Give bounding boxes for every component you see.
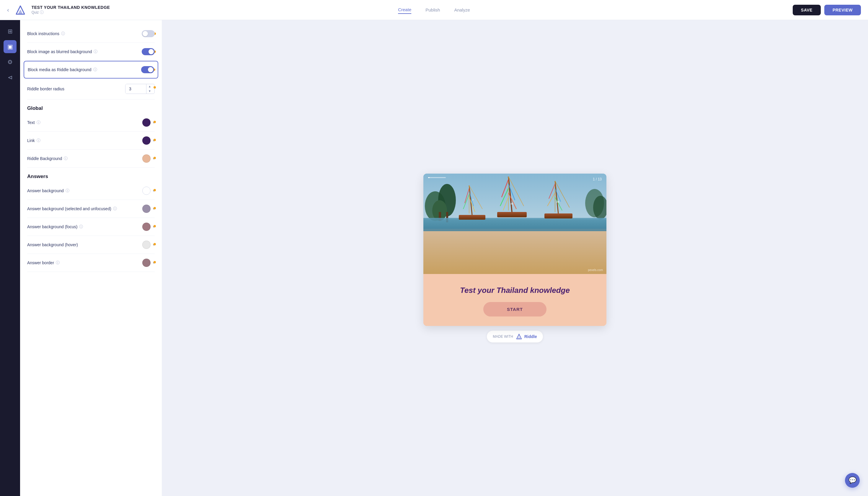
- answer-bg-label: Answer background ⓘ: [27, 188, 69, 193]
- tab-analyze[interactable]: Analyze: [454, 6, 470, 14]
- project-title: TEST YOUR THAILAND KNOWLEDGE: [32, 5, 110, 10]
- project-type-label: Quiz: [32, 10, 39, 14]
- chat-button[interactable]: 💬: [845, 473, 860, 488]
- riddle-logo[interactable]: Riddle: [515, 333, 537, 340]
- riddle-bg-info-icon[interactable]: ⓘ: [64, 156, 67, 161]
- sidebar-item-grid[interactable]: ⊞: [3, 25, 17, 38]
- answer-bg-selected-label: Answer background (selected and unfocuse…: [27, 206, 117, 212]
- link-info-icon[interactable]: ⓘ: [36, 138, 41, 143]
- answer-bg-hover-row: Answer background (hover) ▾: [27, 236, 155, 254]
- answer-bg-hover-swatch[interactable]: [142, 241, 151, 249]
- link-color-picker[interactable]: ▾: [142, 136, 155, 145]
- sidebar-item-settings[interactable]: ⚙: [3, 56, 17, 68]
- settings-icon: ⚙: [7, 59, 13, 65]
- riddle-content: Test your Thailand knowledge START: [423, 274, 606, 326]
- sidebar-item-share[interactable]: ⊲: [3, 71, 17, 84]
- block-image-blurred-info[interactable]: ⓘ: [94, 49, 97, 54]
- settings-panel: Block instructions ⓘ Block image as blur…: [20, 20, 162, 496]
- share-icon: ⊲: [8, 74, 13, 81]
- block-instructions-label: Block instructions ⓘ: [27, 31, 65, 36]
- link-color-swatch[interactable]: [142, 136, 151, 145]
- made-with-bar: MADE WITH Riddle: [487, 331, 543, 342]
- riddle-title: Test your Thailand knowledge: [460, 286, 570, 295]
- toggle-thumb: [148, 67, 153, 72]
- answer-bg-hover-picker[interactable]: ▾: [142, 241, 155, 249]
- answer-bg-focus-info[interactable]: ⓘ: [79, 224, 83, 229]
- progress-bar: [428, 177, 446, 178]
- answer-bg-info[interactable]: ⓘ: [65, 188, 69, 193]
- block-instructions-row: Block instructions ⓘ: [27, 25, 155, 43]
- logo-icon[interactable]: [14, 3, 27, 17]
- start-button[interactable]: START: [483, 302, 546, 316]
- svg-text:28: 28: [556, 200, 559, 203]
- link-color-label: Link ⓘ: [27, 138, 41, 143]
- save-button[interactable]: SAVE: [793, 5, 821, 15]
- made-with-text: MADE WITH: [493, 335, 513, 339]
- project-info: TEST YOUR THAILAND KNOWLEDGE Quiz ⓘ: [32, 5, 110, 15]
- block-instructions-toggle[interactable]: [142, 30, 155, 37]
- riddle-image: 7 40 28 1 / 13 pexels.com: [423, 174, 606, 274]
- svg-marker-41: [518, 336, 520, 339]
- answer-bg-focus-swatch[interactable]: [142, 222, 151, 231]
- chat-icon: 💬: [849, 477, 856, 484]
- block-instructions-info[interactable]: ⓘ: [61, 31, 65, 36]
- answer-bg-selected-row: Answer background (selected and unfocuse…: [27, 200, 155, 218]
- block-image-blurred-label: Block image as blurred background ⓘ: [27, 49, 97, 54]
- text-color-swatch[interactable]: [142, 119, 151, 127]
- riddle-bg-dot: [154, 157, 156, 159]
- answer-bg-row: Answer background ⓘ ▾: [27, 182, 155, 200]
- design-icon: ▣: [7, 43, 13, 50]
- answer-border-info[interactable]: ⓘ: [56, 260, 60, 265]
- toggle-track: [142, 48, 155, 55]
- link-color-dot: [154, 139, 156, 141]
- answer-bg-focus-row: Answer background (focus) ⓘ ▾: [27, 218, 155, 236]
- answer-border-swatch[interactable]: [142, 259, 151, 267]
- topnav: ‹ TEST YOUR THAILAND KNOWLEDGE Quiz ⓘ Cr…: [0, 0, 868, 20]
- svg-rect-29: [544, 214, 572, 218]
- block-image-blurred-toggle[interactable]: [142, 48, 155, 55]
- block-media-riddle-info[interactable]: ⓘ: [93, 67, 97, 72]
- svg-rect-11: [423, 231, 606, 274]
- border-radius-input-wrap: ▲ ▼: [125, 84, 155, 94]
- answer-bg-focus-dot: [154, 225, 156, 227]
- tab-publish[interactable]: Publish: [425, 6, 440, 14]
- pexels-credit: pexels.com: [588, 268, 603, 272]
- project-info-icon[interactable]: ⓘ: [40, 10, 44, 15]
- back-button[interactable]: ‹: [7, 6, 9, 13]
- answer-bg-selected-picker[interactable]: ▾: [142, 205, 155, 213]
- border-radius-input[interactable]: [125, 84, 146, 94]
- preview-button[interactable]: PREVIEW: [824, 5, 861, 15]
- text-color-picker[interactable]: ▾: [142, 119, 155, 127]
- answer-border-picker[interactable]: ▾: [142, 259, 155, 267]
- text-color-row: Text ⓘ ▾: [27, 114, 155, 132]
- answer-border-dot: [154, 261, 156, 263]
- boat-scene: 7 40 28: [423, 174, 606, 274]
- answer-bg-selected-swatch[interactable]: [142, 205, 151, 213]
- page-indicator: 1 / 13: [593, 177, 602, 181]
- boats-svg: 7 40 28: [423, 174, 606, 274]
- answers-section-header: Answers: [27, 168, 155, 182]
- text-info-icon[interactable]: ⓘ: [36, 120, 41, 125]
- sidebar: ⊞ ▣ ⚙ ⊲: [0, 20, 20, 496]
- project-type: Quiz ⓘ: [32, 10, 110, 15]
- toggle-thumb: [149, 49, 154, 54]
- riddle-bg-swatch[interactable]: [142, 154, 151, 163]
- riddle-bg-picker[interactable]: ▾: [142, 154, 155, 163]
- riddle-brand-icon: [515, 333, 523, 340]
- back-icon: ‹: [7, 6, 9, 13]
- grid-icon: ⊞: [8, 28, 13, 35]
- spinner-down[interactable]: ▼: [146, 89, 153, 94]
- answer-bg-focus-picker[interactable]: ▾: [142, 222, 155, 231]
- sidebar-item-design[interactable]: ▣: [3, 40, 17, 53]
- answer-bg-selected-info[interactable]: ⓘ: [113, 206, 117, 212]
- tab-create[interactable]: Create: [398, 6, 411, 14]
- answer-bg-picker[interactable]: ▾: [142, 187, 155, 195]
- block-media-riddle-toggle[interactable]: [141, 66, 154, 73]
- answer-bg-hover-dot: [154, 243, 156, 245]
- svg-rect-20: [497, 212, 527, 217]
- answer-bg-dot: [154, 189, 156, 191]
- text-color-label: Text ⓘ: [27, 120, 41, 125]
- answer-border-label: Answer border ⓘ: [27, 260, 60, 265]
- spinner-up[interactable]: ▲: [146, 84, 153, 89]
- answer-bg-swatch[interactable]: [142, 187, 151, 195]
